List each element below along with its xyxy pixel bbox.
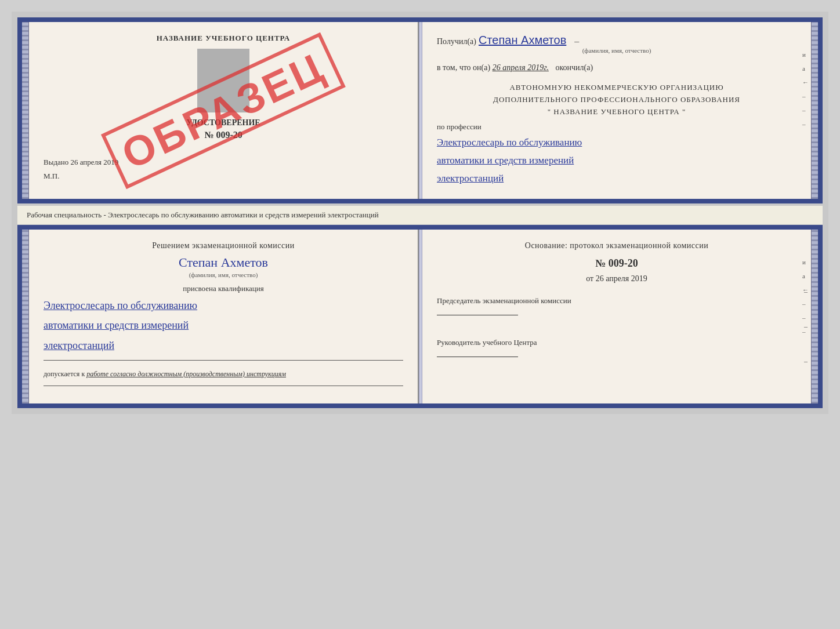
poluchil-block: Получил(а) Степан Ахметов – (фамилия, им… [437,34,796,54]
spine-right-bottom [811,230,818,403]
dopusk-text: работе согласно должностным (производств… [86,370,286,378]
dash-3: – [804,357,808,366]
recipient-name: Степан Ахметов [479,34,566,46]
spine-left [22,22,29,199]
rukovoditel-label: Руководитель учебного Центра [437,337,796,349]
udost-title: УДОСТОВЕРЕНИЕ [44,118,403,128]
rukovoditel-signature [437,357,518,357]
udost-number: № 009-20 [44,130,403,140]
poluchil-label: Получил(а) [437,37,476,46]
completion-date: 26 апреля 2019г. [493,63,549,72]
photo-placeholder [197,49,249,112]
bottom-document: Решением экзаменационной комиссии Степан… [17,225,823,408]
mp-line: М.П. [44,172,403,181]
vydano-date: 26 апреля 2019 [71,158,119,166]
vydano-line: Выдано 26 апреля 2019 [44,158,403,167]
center-title: НАЗВАНИЕ УЧЕБНОГО ЦЕНТРА [44,34,403,43]
predsedatel-block: Председатель экзаменационной комиссии [437,295,796,319]
dash-2: – [804,322,808,331]
dopuskaetsya-label: допускается к [44,370,85,378]
qualification-bottom: Электрослесарь по обслуживанию автоматик… [44,296,403,355]
org-line3: " НАЗВАНИЕ УЧЕБНОГО ЦЕНТРА " [437,106,796,118]
resheniem-text: Решением экзаменационной комиссии [44,241,403,250]
dopuskaetsya-block: допускается к работе согласно должностны… [44,370,403,379]
top-right-page: Получил(а) Степан Ахметов – (фамилия, им… [422,22,811,199]
protocol-number: № 009-20 [437,257,796,270]
top-document: НАЗВАНИЕ УЧЕБНОГО ЦЕНТРА УДОСТОВЕРЕНИЕ №… [17,17,823,203]
subtitle-bar: Рабочая специальность - Электрослесарь п… [17,206,823,225]
rukovoditel-block: Руководитель учебного Центра [437,337,796,361]
profession-top: Электрослесарь по обслуживанию автоматик… [437,134,796,187]
okochnil-label: окончил(а) [555,63,593,72]
prisvoena-label: присвоена квалификация [44,284,403,293]
side-letters-top: и а ← – – – [802,51,809,128]
top-left-page: НАЗВАНИЕ УЧЕБНОГО ЦЕНТРА УДОСТОВЕРЕНИЕ №… [29,22,419,199]
predsedatel-signature [437,315,518,315]
bottom-right-page: Основание: протокол экзаменационной коми… [422,230,811,403]
bottom-name: Степан Ахметов [44,255,403,270]
v-tom-label: в том, что он(а) [437,63,490,72]
po-professii-label: по профессии [437,122,796,132]
spine-left-bottom [22,230,29,403]
osnovanie-text: Основание: протокол экзаменационной коми… [437,241,796,250]
org-line1: АВТОНОМНУЮ НЕКОММЕРЧЕСКУЮ ОРГАНИЗАЦИЮ [437,82,796,94]
dash-1: – [804,288,808,296]
fio-label-bottom: (фамилия, имя, отчество) [44,271,403,278]
org-line2: ДОПОЛНИТЕЛЬНОГО ПРОФЕССИОНАЛЬНОГО ОБРАЗО… [437,94,796,106]
ot-date: от 26 апреля 2019 [437,274,796,283]
spine-right-top [811,22,818,199]
page-wrapper: НАЗВАНИЕ УЧЕБНОГО ЦЕНТРА УДОСТОВЕРЕНИЕ №… [12,12,828,414]
bottom-left-page: Решением экзаменационной комиссии Степан… [29,230,419,403]
v-tom-block: в том, что он(а) 26 апреля 2019г. окончи… [437,63,796,72]
fio-label-top: (фамилия, имя, отчество) [437,47,796,54]
predsedatel-label: Председатель экзаменационной комиссии [437,295,796,307]
vydano-label: Выдано [44,158,68,166]
org-block: АВТОНОМНУЮ НЕКОММЕРЧЕСКУЮ ОРГАНИЗАЦИЮ ДО… [437,82,796,118]
